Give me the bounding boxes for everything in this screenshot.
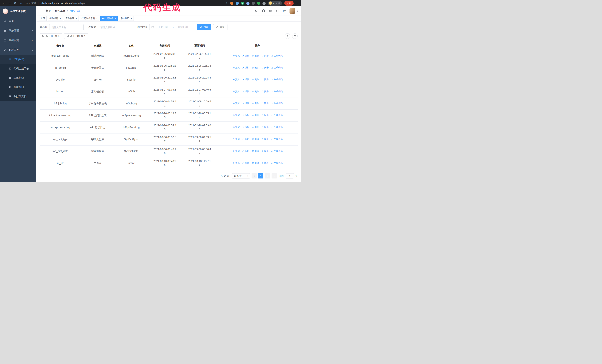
row-action-edit[interactable]: 编辑 — [242, 66, 249, 69]
row-action-edit[interactable]: 编辑 — [242, 149, 249, 153]
row-action-preview[interactable]: 预览 — [233, 114, 240, 117]
browser-back-icon[interactable]: ← — [2, 2, 6, 5]
row-action-edit[interactable]: 编辑 — [242, 78, 249, 81]
row-action-preview[interactable]: 预览 — [233, 78, 240, 81]
extension-icon[interactable]: V — [241, 2, 244, 5]
sidebar-item-system-api[interactable]: 系统接口 — [0, 83, 36, 92]
row-action-delete[interactable]: 删除 — [252, 78, 259, 81]
extension-icon[interactable] — [230, 2, 233, 5]
row-action-edit[interactable]: 编辑 — [242, 125, 249, 129]
row-action-sync[interactable]: 同步 — [262, 114, 269, 117]
row-action-preview[interactable]: 预览 — [233, 161, 240, 165]
row-action-generate[interactable]: 生成代码 — [271, 137, 283, 141]
sidebar-item-home[interactable]: 首页 — [0, 16, 36, 26]
row-action-delete[interactable]: 删除 — [252, 102, 259, 105]
close-icon[interactable]: × — [114, 17, 116, 20]
row-action-sync[interactable]: 同步 — [262, 161, 269, 165]
font-size-icon[interactable]: tT — [283, 10, 286, 13]
user-avatar[interactable] — [290, 8, 295, 14]
tab-5[interactable]: 系统接口× — [119, 16, 134, 21]
next-page-button[interactable]: › — [271, 173, 277, 178]
tab-0[interactable]: 首页 — [39, 16, 47, 21]
row-action-delete[interactable]: 删除 — [252, 54, 259, 58]
table-desc-input[interactable] — [98, 24, 132, 30]
tab-2[interactable]: 表单构建× — [64, 16, 79, 21]
hamburger-icon[interactable] — [39, 10, 43, 12]
browser-menu-icon[interactable]: ⋮ — [296, 1, 299, 5]
browser-update-button[interactable]: 更新 — [284, 1, 294, 6]
row-action-generate[interactable]: 生成代码 — [271, 54, 283, 58]
row-action-sync[interactable]: 同步 — [262, 125, 269, 129]
sidebar-item-dev-tools[interactable]: 研发工具▴ — [0, 45, 36, 55]
refresh-table-button[interactable] — [292, 33, 298, 39]
row-action-generate[interactable]: 生成代码 — [271, 66, 283, 69]
tab-3[interactable]: 代码生成示例× — [80, 16, 99, 21]
row-action-sync[interactable]: 同步 — [262, 78, 269, 81]
close-icon[interactable]: × — [75, 17, 77, 20]
page-button-1[interactable]: 1 — [258, 173, 263, 178]
extension-icon[interactable] — [246, 2, 249, 5]
prev-page-button[interactable]: ‹ — [252, 173, 257, 178]
goto-page-input[interactable] — [286, 173, 294, 178]
browser-home-icon[interactable]: ⌂ — [20, 2, 23, 5]
breadcrumb-item[interactable]: 代码生成 — [69, 9, 80, 13]
search-icon[interactable] — [255, 9, 258, 13]
close-icon[interactable]: × — [130, 17, 132, 20]
row-action-edit[interactable]: 编辑 — [242, 114, 249, 117]
sidebar-item-codegen[interactable]: 代码生成 — [0, 55, 36, 64]
row-action-generate[interactable]: 生成代码 — [271, 149, 283, 153]
row-action-preview[interactable]: 预览 — [233, 90, 240, 93]
row-action-delete[interactable]: 删除 — [252, 137, 259, 141]
row-action-delete[interactable]: 删除 — [252, 66, 259, 69]
create-time-range-picker[interactable]: 开始日期 - 结束日期 — [149, 24, 194, 30]
help-icon[interactable] — [269, 9, 272, 13]
row-action-delete[interactable]: 删除 — [252, 125, 259, 129]
sidebar-item-codegen-example[interactable]: 代码生成示例 — [0, 64, 36, 73]
row-action-edit[interactable]: 编辑 — [242, 161, 249, 165]
row-action-preview[interactable]: 预览 — [233, 137, 240, 141]
extension-icon[interactable] — [252, 2, 255, 5]
import-db-button[interactable]: 基于 DB 导入 — [40, 33, 62, 39]
row-action-edit[interactable]: 编辑 — [242, 137, 249, 141]
close-icon[interactable]: × — [96, 17, 98, 20]
row-action-preview[interactable]: 预览 — [233, 54, 240, 58]
address-bar[interactable]: dashboard.yudao.iocoder.cn/tool/codegen — [42, 2, 86, 5]
row-action-generate[interactable]: 生成代码 — [271, 90, 283, 93]
fullscreen-icon[interactable] — [276, 9, 279, 13]
breadcrumb-item[interactable]: 研发工具 — [55, 9, 65, 13]
browser-reload-icon[interactable]: ⟳ — [14, 1, 17, 5]
row-action-delete[interactable]: 删除 — [252, 90, 259, 93]
row-action-preview[interactable]: 预览 — [233, 149, 240, 153]
sidebar-item-infra[interactable]: 基础设施▾ — [0, 36, 36, 45]
tab-1[interactable]: 链路追踪× — [48, 16, 63, 21]
table-name-input[interactable] — [49, 24, 84, 30]
close-icon[interactable]: × — [59, 17, 61, 20]
search-button[interactable]: 搜索 — [197, 24, 211, 30]
row-action-generate[interactable]: 生成代码 — [271, 114, 283, 117]
extension-icon[interactable] — [257, 2, 260, 5]
row-action-delete[interactable]: 删除 — [252, 114, 259, 117]
row-action-generate[interactable]: 生成代码 — [271, 161, 283, 165]
row-action-sync[interactable]: 同步 — [262, 66, 269, 69]
row-action-sync[interactable]: 同步 — [262, 137, 269, 141]
row-action-delete[interactable]: 删除 — [252, 161, 259, 165]
extension-icon[interactable] — [236, 2, 239, 5]
reset-button[interactable]: 重置 — [213, 24, 227, 30]
row-action-sync[interactable]: 同步 — [262, 90, 269, 93]
browser-forward-icon[interactable]: → — [8, 2, 11, 5]
page-button-2[interactable]: 2 — [265, 173, 270, 178]
row-action-edit[interactable]: 编辑 — [242, 102, 249, 105]
logo[interactable]: 芋道管理系统 — [0, 6, 36, 16]
extension-icon[interactable] — [262, 2, 266, 5]
row-action-preview[interactable]: 预览 — [233, 66, 240, 69]
row-action-preview[interactable]: 预览 — [233, 125, 240, 129]
row-action-sync[interactable]: 同步 — [262, 149, 269, 153]
bookmark-star-icon[interactable]: ☆ — [226, 1, 228, 5]
toggle-search-button[interactable] — [285, 33, 290, 39]
row-action-edit[interactable]: 编辑 — [242, 90, 249, 93]
github-icon[interactable] — [262, 9, 265, 13]
profile-paused-badge[interactable]: 已暂停 — [268, 1, 282, 6]
tab-4[interactable]: 代码生成× — [100, 16, 118, 21]
row-action-delete[interactable]: 删除 — [252, 149, 259, 153]
row-action-sync[interactable]: 同步 — [262, 102, 269, 105]
